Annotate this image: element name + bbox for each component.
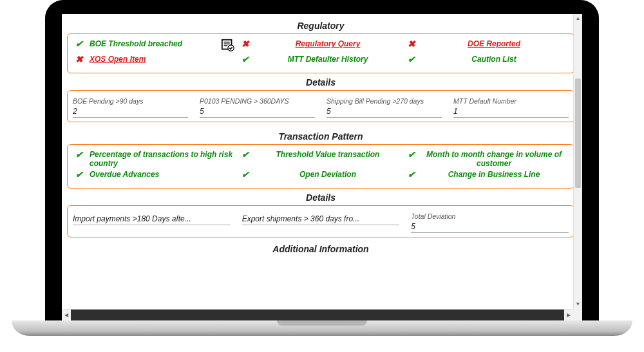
field-value[interactable]: Export shipments > 360 days fro...	[242, 214, 400, 225]
reg-item-label[interactable]: DOE Reported	[421, 39, 567, 48]
txn-item-overdue: ✔ Overdue Advances	[74, 170, 235, 183]
txn-item-label: Open Deviation	[254, 170, 401, 179]
regulatory-row-1: ✔ BOE Threshold breached	[74, 39, 567, 52]
txn-item-label: Percentage of transactions to high risk …	[88, 150, 235, 169]
app-content: Regulatory ✔ BOE Threshold breached	[62, 14, 582, 320]
field-value[interactable]: 5	[200, 106, 315, 118]
field-value[interactable]: 1	[453, 106, 569, 118]
field-import-payments: Import payments >180 Days afte...	[73, 212, 231, 233]
field-export-shipments: Export shipments > 360 days fro...	[242, 212, 400, 233]
horizontal-scroll-track[interactable]	[71, 310, 564, 320]
laptop-base	[12, 320, 632, 336]
check-icon: ✔	[74, 39, 84, 48]
reg-item-xos-open[interactable]: ✖ XOS Open Item	[74, 55, 235, 68]
vertical-scroll-thumb[interactable]	[575, 79, 581, 188]
scroll-up-arrow-icon[interactable]: ▲	[574, 14, 582, 23]
reg-item-caution-list: ✔ Caution List	[406, 55, 567, 68]
transaction-panel: ✔ Percentage of transactions to high ris…	[67, 144, 574, 189]
txn-item-high-risk: ✔ Percentage of transactions to high ris…	[74, 150, 235, 169]
section-title-transaction: Transaction Pattern	[67, 131, 574, 142]
field-value[interactable]: Import payments >180 Days afte...	[73, 214, 231, 225]
cross-icon: ✖	[406, 39, 417, 48]
reg-item-mtt-defaulter: ✔ MTT Defaulter History	[240, 55, 401, 68]
txn-item-label: Overdue Advances	[88, 170, 235, 179]
section-title-reg-details: Details	[67, 77, 574, 88]
reg-item-label: Caution List	[421, 55, 567, 64]
field-value[interactable]: 5	[411, 221, 569, 233]
reg-item-doe-reported[interactable]: ✖ DOE Reported	[406, 39, 567, 52]
scroll-left-arrow-icon[interactable]: ◀	[62, 310, 71, 320]
cross-icon: ✖	[74, 55, 84, 64]
scroll-right-arrow-icon[interactable]: ▶	[564, 310, 573, 320]
scrollbar-corner	[573, 309, 582, 320]
field-label: P0103 PENDING > 360DAYS	[200, 97, 315, 105]
cross-icon: ✖	[240, 39, 251, 48]
txn-item-threshold: ✔ Threshold Value transaction	[240, 150, 401, 169]
field-label: Total Deviation	[411, 212, 569, 220]
check-icon: ✔	[406, 150, 417, 159]
reg-details-row: BOE Pending >90 days 2 P0103 PENDING > 3…	[73, 97, 569, 118]
txn-item-label: Month to month change in volume of custo…	[421, 150, 567, 169]
field-boe-pending: BOE Pending >90 days 2	[73, 97, 188, 118]
section-title-additional: Additional Information	[67, 244, 574, 254]
reg-details-panel: BOE Pending >90 days 2 P0103 PENDING > 3…	[67, 90, 574, 122]
txn-item-label: Threshold Value transaction	[254, 150, 401, 159]
field-shipping-bill: Shipping Bill Pending >270 days 5	[327, 97, 442, 118]
check-icon: ✔	[240, 150, 251, 159]
reg-item-label[interactable]: XOS Open Item	[88, 55, 235, 64]
check-icon: ✔	[240, 170, 251, 179]
laptop-frame: Regulatory ✔ BOE Threshold breached	[45, 0, 599, 320]
reg-item-label: MTT Defaulter History	[254, 55, 401, 64]
txn-item-business-line: ✔ Change in Business Line	[406, 170, 567, 183]
field-value[interactable]: 5	[327, 106, 442, 118]
check-icon: ✔	[74, 150, 84, 159]
regulatory-panel: ✔ BOE Threshold breached	[67, 33, 574, 73]
transaction-row-1: ✔ Percentage of transactions to high ris…	[74, 150, 567, 169]
txn-item-open-deviation: ✔ Open Deviation	[240, 170, 401, 183]
check-icon: ✔	[406, 170, 417, 179]
scroll-down-arrow-icon[interactable]: ▼	[574, 300, 582, 309]
laptop-screen: Regulatory ✔ BOE Threshold breached	[62, 14, 582, 320]
regulatory-row-2: ✖ XOS Open Item ✔ MTT Defaulter History …	[74, 55, 567, 68]
section-title-txn-details: Details	[67, 192, 574, 203]
vertical-scrollbar[interactable]: ▲ ▼	[573, 14, 582, 309]
reg-item-label: BOE Threshold breached	[88, 39, 214, 48]
field-value[interactable]: 2	[73, 106, 188, 118]
field-label: MTT Default Number	[453, 97, 569, 105]
txn-details-panel: Import payments >180 Days afte... Export…	[67, 205, 574, 237]
reg-item-boe-threshold: ✔ BOE Threshold breached	[74, 39, 235, 52]
reg-item-regulatory-query[interactable]: ✖ Regulatory Query	[240, 39, 401, 52]
txn-details-row: Import payments >180 Days afte... Export…	[73, 212, 569, 233]
field-label: BOE Pending >90 days	[73, 97, 188, 105]
check-icon: ✔	[240, 55, 251, 64]
field-p0103-pending: P0103 PENDING > 360DAYS 5	[200, 97, 315, 118]
section-title-regulatory: Regulatory	[67, 21, 574, 31]
report-icon[interactable]	[221, 38, 235, 52]
field-label: Shipping Bill Pending >270 days	[327, 97, 442, 105]
transaction-row-2: ✔ Overdue Advances ✔ Open Deviation ✔ Ch…	[74, 170, 567, 183]
horizontal-scrollbar[interactable]: ◀ ▶	[62, 309, 573, 320]
txn-item-month-change: ✔ Month to month change in volume of cus…	[406, 150, 567, 169]
reg-item-label[interactable]: Regulatory Query	[254, 39, 401, 48]
field-mtt-default: MTT Default Number 1	[453, 97, 569, 118]
txn-item-label: Change in Business Line	[421, 170, 567, 179]
field-total-deviation: Total Deviation 5	[411, 212, 569, 233]
check-icon: ✔	[406, 55, 417, 64]
check-icon: ✔	[74, 170, 84, 179]
